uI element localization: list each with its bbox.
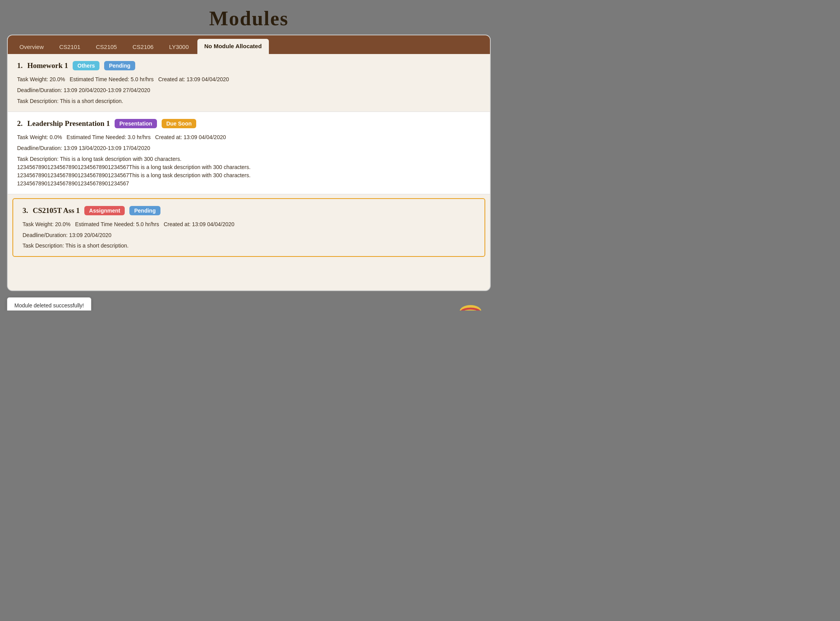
tab-no-module[interactable]: No Module Allocated xyxy=(197,39,269,54)
task-3-deadline: Deadline/Duration: 13:09 20/04/2020 xyxy=(23,231,475,239)
tab-overview[interactable]: Overview xyxy=(12,40,51,54)
task-2-title: Leadership Presentation 1 xyxy=(27,119,110,128)
toast-notification: Module deleted successfully! xyxy=(7,297,91,310)
page-title: Modules xyxy=(0,7,498,30)
tab-cs2106[interactable]: CS2106 xyxy=(125,40,160,54)
task-3-title: CS2105T Ass 1 xyxy=(33,206,80,215)
page-title-area: Modules xyxy=(0,0,498,35)
task-1-title: Homework 1 xyxy=(27,61,68,70)
task-2-deadline: Deadline/Duration: 13:09 13/04/2020-13:0… xyxy=(17,144,481,152)
task-item-3: 3. CS2105T Ass 1 Assignment Pending Task… xyxy=(12,198,485,257)
task-2-meta-line1: Task Weight: 0.0% Estimated Time Needed:… xyxy=(17,133,481,141)
task-2-description: Task Description: This is a long task de… xyxy=(17,155,481,188)
task-2-badge-due-soon: Due Soon xyxy=(162,119,196,128)
task-3-badge-pending: Pending xyxy=(129,206,160,215)
task-1-badge-others: Others xyxy=(73,61,99,70)
avatar-svg xyxy=(451,295,490,310)
task-3-number: 3. xyxy=(23,206,28,215)
tab-cs2101[interactable]: CS2101 xyxy=(52,40,87,54)
task-1-header: 1. Homework 1 Others Pending xyxy=(17,61,481,70)
task-3-header: 3. CS2105T Ass 1 Assignment Pending xyxy=(23,206,475,215)
task-1-meta-line1: Task Weight: 20.0% Estimated Time Needed… xyxy=(17,75,481,84)
tab-ly3000[interactable]: LY3000 xyxy=(162,40,196,54)
task-2-badge-presentation: Presentation xyxy=(115,119,157,128)
task-item-1: 1. Homework 1 Others Pending Task Weight… xyxy=(8,54,490,112)
content-area: 1. Homework 1 Others Pending Task Weight… xyxy=(8,54,490,290)
task-item-2: 2. Leadership Presentation 1 Presentatio… xyxy=(8,112,490,194)
task-2-number: 2. xyxy=(17,119,23,128)
task-1-description: Task Description: This is a short descri… xyxy=(17,97,481,105)
tab-bar: Overview CS2101 CS2105 CS2106 LY3000 No … xyxy=(8,35,490,54)
task-1-badge-pending: Pending xyxy=(104,61,135,70)
task-3-badge-assignment: Assignment xyxy=(84,206,125,215)
task-1-deadline: Deadline/Duration: 13:09 20/04/2020-13:0… xyxy=(17,86,481,94)
main-container: Overview CS2101 CS2105 CS2106 LY3000 No … xyxy=(7,35,491,291)
tab-cs2105[interactable]: CS2105 xyxy=(89,40,124,54)
task-2-header: 2. Leadership Presentation 1 Presentatio… xyxy=(17,119,481,128)
task-3-description: Task Description: This is a short descri… xyxy=(23,242,475,250)
task-1-number: 1. xyxy=(17,61,23,70)
avatar xyxy=(451,295,490,310)
bottom-area: Module deleted successfully! xyxy=(0,291,498,310)
task-3-meta-line1: Task Weight: 20.0% Estimated Time Needed… xyxy=(23,220,475,229)
